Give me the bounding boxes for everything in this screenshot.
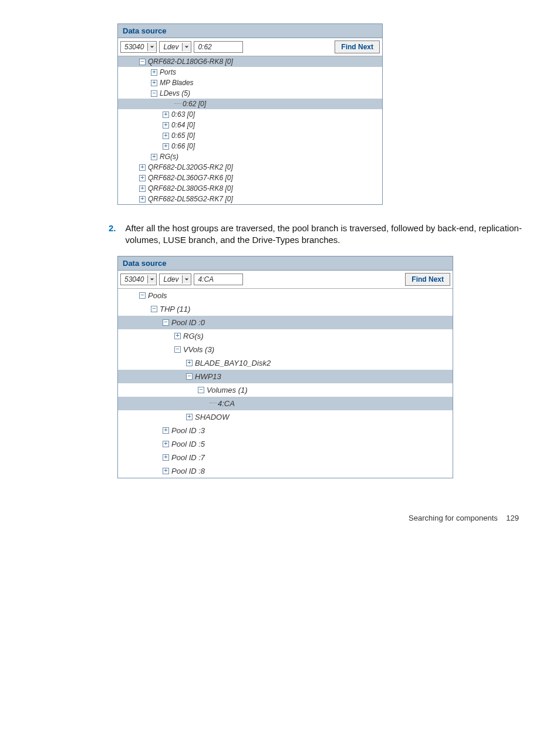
expand-icon[interactable]: + [163,143,169,150]
tree-node[interactable]: − Pools [118,289,453,302]
expand-icon[interactable]: + [139,185,146,192]
tree-node[interactable]: − VVols (3) [118,343,453,356]
panel-title: Data source [118,24,382,38]
tree-label: QRF682-DL360G7-RK6 [0] [148,174,233,182]
tree-label: 0:63 [0] [171,110,195,119]
array-select-value: 53040 [121,274,147,285]
find-next-button[interactable]: Find Next [335,40,380,53]
page-number: 129 [506,514,519,522]
find-next-button[interactable]: Find Next [405,273,450,286]
tree-node[interactable]: + 0:64 [0] [118,120,382,130]
tree-node-selected[interactable]: 4:CA [118,397,453,410]
tree-label: 4:CA [218,399,235,408]
page-footer: Searching for components 129 [35,514,525,522]
expand-icon[interactable]: + [163,122,169,129]
expand-icon[interactable]: + [174,333,181,339]
tree-node-root[interactable]: − QRF682-DL180G6-RK8 [0] [118,56,382,67]
collapse-icon[interactable]: − [174,346,181,353]
type-select-value: Ldev [160,42,182,52]
tree-label: 0:65 [0] [171,131,195,140]
tree-label: QRF682-DL585G2-RK7 [0] [148,195,233,203]
collapse-icon[interactable]: − [163,319,169,326]
chevron-down-icon [147,275,156,283]
tree-label: LDevs (5) [160,89,190,97]
tree-node[interactable]: − LDevs (5) [118,88,382,99]
array-select[interactable]: 53040 [120,41,157,53]
expand-icon[interactable]: + [163,427,169,434]
tree-node[interactable]: − Volumes (1) [118,383,453,397]
tree-label: RG(s) [183,332,204,340]
tree-label: Pool ID :8 [171,467,205,475]
tree-label: 0:66 [0] [171,142,195,150]
tree-node[interactable]: + SHADOW [118,410,453,424]
expand-icon[interactable]: + [139,164,146,171]
expand-icon[interactable]: + [163,133,169,139]
search-input[interactable]: 0:62 [194,41,243,53]
collapse-icon[interactable]: − [198,387,204,393]
panel-title: Data source [118,256,453,271]
tree-node[interactable]: − Pool ID :0 [118,316,453,329]
toolbar: 53040 Ldev 0:62 Find Next [118,38,382,56]
tree-node[interactable]: + Pool ID :5 [118,437,453,451]
tree-label: 0:64 [0] [171,121,195,129]
tree-node-selected[interactable]: 0:62 [0] [118,99,382,109]
step-2: 2. After all the host groups are travers… [109,222,525,247]
array-select-value: 53040 [121,42,147,52]
tree-node[interactable]: − HWP13 [118,370,453,383]
tree-node[interactable]: + 0:63 [0] [118,109,382,120]
search-input[interactable]: 4:CA [194,274,243,285]
step-text: After all the host groups are traversed,… [126,222,525,247]
expand-icon[interactable]: + [163,454,169,461]
tree-label: Ports [160,68,176,76]
tree-label: BLADE_BAY10_Disk2 [195,359,271,367]
collapse-icon[interactable]: − [186,373,193,380]
array-select[interactable]: 53040 [120,274,157,285]
expand-icon[interactable]: + [163,468,169,474]
expand-icon[interactable]: + [151,80,157,86]
tree: − QRF682-DL180G6-RK8 [0] + Ports + MP Bl… [118,56,382,204]
tree-label: MP Blades [160,79,194,87]
tree-label: SHADOW [195,413,230,421]
chevron-down-icon [182,43,191,51]
expand-icon[interactable]: + [163,441,169,447]
collapse-icon[interactable]: − [151,306,157,312]
type-select[interactable]: Ldev [159,41,191,53]
expand-icon[interactable]: + [186,414,193,420]
tree-node[interactable]: + QRF682-DL360G7-RK6 [0] [118,173,382,183]
footer-title: Searching for components [409,514,498,522]
collapse-icon[interactable]: − [139,292,146,299]
tree-label: Volumes (1) [207,386,248,394]
tree-label: THP (11) [160,305,190,313]
tree-node[interactable]: − THP (11) [118,302,453,316]
tree-node[interactable]: + Pool ID :8 [118,464,453,478]
tree-label: RG(s) [160,153,178,161]
expand-icon[interactable]: + [186,360,193,366]
tree-label: QRF682-DL180G6-RK8 [0] [148,58,233,66]
tree-node[interactable]: + 0:66 [0] [118,141,382,151]
expand-icon[interactable]: + [139,196,146,202]
tree-node[interactable]: + Pool ID :7 [118,451,453,464]
expand-icon[interactable]: + [151,69,157,76]
tree-node[interactable]: + QRF682-DL380G5-RK8 [0] [118,183,382,194]
tree-label: QRF682-DL380G5-RK8 [0] [148,184,233,193]
tree-node[interactable]: + MP Blades [118,77,382,88]
expand-icon[interactable]: + [151,154,157,160]
collapse-icon[interactable]: − [139,59,146,65]
tree-node[interactable]: + Pool ID :3 [118,424,453,437]
type-select[interactable]: Ldev [159,274,191,285]
tree-node[interactable]: + RG(s) [118,329,453,343]
data-source-panel-1: Data source 53040 Ldev 0:62 Find Next [117,23,383,205]
tree-node[interactable]: + RG(s) [118,151,382,162]
tree-node[interactable]: + Ports [118,67,382,77]
chevron-down-icon [147,43,156,51]
expand-icon[interactable]: + [139,175,146,181]
tree: − Pools − THP (11) − Pool ID :0 + RG(s) … [118,289,453,478]
tree-node[interactable]: + QRF682-DL320G5-RK2 [0] [118,162,382,173]
expand-icon[interactable]: + [163,112,169,118]
tree-node[interactable]: + 0:65 [0] [118,130,382,141]
tree-node[interactable]: + QRF682-DL585G2-RK7 [0] [118,194,382,204]
collapse-icon[interactable]: − [151,90,157,97]
chevron-down-icon [182,275,191,283]
tree-node[interactable]: + BLADE_BAY10_Disk2 [118,356,453,370]
step-number: 2. [109,222,116,247]
